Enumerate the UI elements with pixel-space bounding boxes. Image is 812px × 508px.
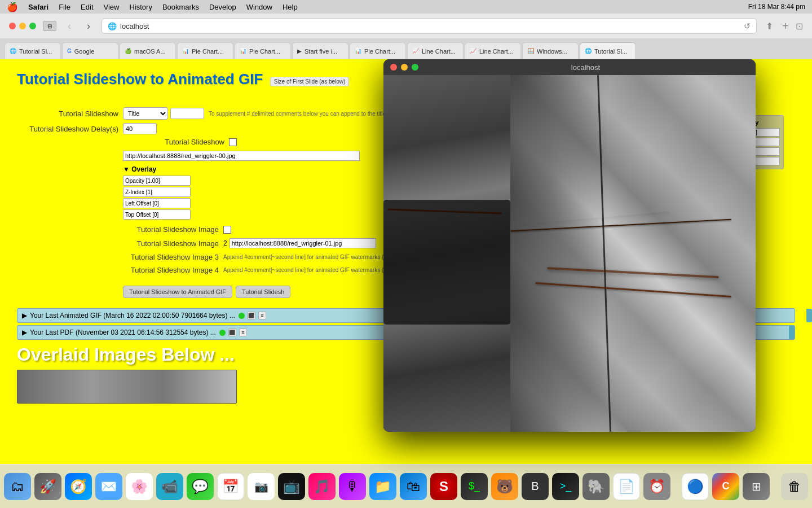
slideshow-checkbox[interactable]	[229, 138, 237, 146]
popup-close[interactable]	[390, 64, 397, 71]
reload-button[interactable]: ↺	[744, 21, 751, 30]
tab-macos[interactable]: 🍏 macOS A...	[120, 42, 176, 59]
file-menu[interactable]: File	[59, 3, 70, 11]
tab-label: Line Chart...	[479, 48, 513, 55]
opacity-input[interactable]	[123, 176, 191, 186]
maximize-button[interactable]	[29, 23, 36, 29]
share-button[interactable]: ⬆	[766, 21, 773, 32]
url1-input[interactable]	[123, 151, 360, 161]
tab-favicon: 📈	[412, 48, 419, 54]
page-title: Tutorial Slideshow to Animated GIF	[17, 71, 263, 88]
bookmarks-menu[interactable]: Bookmarks	[162, 3, 199, 11]
popup-titlebar: localhost	[383, 59, 756, 75]
tab-label: Windows...	[537, 48, 567, 55]
delay-input[interactable]	[123, 123, 157, 134]
dock-finder[interactable]: 🗂	[4, 473, 31, 500]
tab-windows[interactable]: 🪟 Windows...	[522, 42, 579, 59]
animated-gif-button[interactable]: Tutorial Slideshow to Animated GIF	[123, 286, 232, 298]
dock-chrome[interactable]: 🔵	[682, 473, 709, 500]
dock-appletv[interactable]: 📺	[278, 473, 305, 500]
window-menu[interactable]: Window	[246, 3, 272, 11]
dock-calendar[interactable]: 📅	[217, 473, 244, 500]
tab-favicon: 📈	[470, 48, 476, 54]
status-dot-2	[219, 330, 226, 336]
image1-checkbox[interactable]	[223, 226, 231, 234]
popup-minimize[interactable]	[401, 64, 408, 71]
dock-timemachine[interactable]: ⏰	[643, 473, 670, 500]
dock-podcasts[interactable]: 🎙	[339, 473, 366, 500]
image2-input[interactable]	[230, 238, 376, 248]
dock-terminal[interactable]: $_	[461, 473, 488, 500]
dock-preview[interactable]: 📄	[613, 473, 640, 500]
help-menu[interactable]: Help	[283, 3, 298, 11]
dock-serpentine[interactable]: S	[430, 473, 457, 500]
browser-chrome: ⊟ ‹ › 🌐 localhost ↺ ⬆ + ⊡ 🌐 Tutorial Sl.…	[0, 14, 812, 59]
action-icon-3[interactable]: ⬛	[228, 329, 236, 336]
history-menu[interactable]: History	[129, 3, 152, 11]
top-offset-input[interactable]	[123, 209, 191, 220]
tutorial-slideshow-label: Tutorial Slideshow	[17, 110, 118, 118]
safari-menu[interactable]: Safari	[28, 3, 48, 11]
minimize-button[interactable]	[19, 23, 26, 29]
dock-photos2[interactable]: 📷	[248, 473, 275, 500]
dock-chrome2[interactable]: C	[712, 473, 739, 500]
tab-label: Pie Chart...	[192, 48, 223, 55]
action-icon-4[interactable]: ≡	[239, 329, 247, 336]
left-offset-input[interactable]	[123, 198, 191, 208]
scroll-bar-1	[806, 309, 812, 322]
action-icon-1[interactable]: ⬛	[248, 312, 255, 319]
tab-start-five[interactable]: ▶ Start five i...	[292, 42, 348, 59]
view-menu[interactable]: View	[104, 3, 120, 11]
dock-mail[interactable]: ✉️	[95, 473, 122, 500]
dock-safari[interactable]: 🧭	[65, 473, 92, 500]
title-input[interactable]	[170, 108, 204, 119]
dock-appstore[interactable]: 🛍	[400, 473, 427, 500]
new-tab-button[interactable]: +	[782, 20, 789, 33]
dock-elephant[interactable]: 🐘	[582, 473, 610, 500]
slideshow-button[interactable]: Tutorial Slidesh	[236, 286, 290, 298]
tab-tutorial-sl-active[interactable]: 🌐 Tutorial Sl...	[580, 42, 636, 59]
tab-label: Tutorial Sl...	[19, 48, 52, 55]
dock-photos[interactable]: 🌸	[126, 473, 153, 500]
tab-favicon: 🌐	[585, 48, 592, 54]
zindex-input[interactable]	[123, 187, 191, 197]
tab-pie-chart-3[interactable]: 📊 Pie Chart...	[350, 42, 406, 59]
title-select[interactable]: Title	[123, 107, 168, 120]
address-bar[interactable]: 🌐 localhost ↺	[102, 18, 757, 34]
tabs-bar: 🌐 Tutorial Sl... G Google 🍏 macOS A... 📊…	[0, 38, 812, 59]
close-button[interactable]	[9, 23, 16, 29]
tab-tutorial-sl-1[interactable]: 🌐 Tutorial Sl...	[5, 42, 61, 59]
dock-facetime[interactable]: 📹	[156, 473, 183, 500]
tab-google[interactable]: G Google	[62, 42, 118, 59]
dock-files[interactable]: 📁	[369, 473, 396, 500]
popup-maximize[interactable]	[412, 64, 418, 71]
sidebar-toggle[interactable]: ⊟	[43, 21, 56, 31]
dock-music[interactable]: 🎵	[308, 473, 336, 500]
action-icon-2[interactable]: ≡	[258, 312, 266, 319]
sidebar-button[interactable]: ⊡	[796, 21, 803, 32]
develop-menu[interactable]: Develop	[209, 3, 236, 11]
dock-messages[interactable]: 💬	[187, 473, 214, 500]
dock-grid[interactable]: ⊞	[743, 473, 770, 500]
gif-output-text: Your Last Animated GIF (March 16 2022 02…	[30, 312, 235, 319]
popup-main-image	[510, 75, 756, 432]
tab-line-chart-1[interactable]: 📈 Line Chart...	[407, 42, 464, 59]
apple-menu[interactable]: 🍎	[7, 2, 18, 12]
dock-launchpad[interactable]: 🚀	[34, 473, 61, 500]
tab-label: Line Chart...	[422, 48, 456, 55]
back-button[interactable]: ‹	[63, 20, 76, 32]
dock-bbedit[interactable]: B	[522, 473, 549, 500]
dock-iterm[interactable]: >_	[552, 473, 579, 500]
dock-bear[interactable]: 🐻	[491, 473, 518, 500]
site-icon: 🌐	[108, 22, 117, 30]
image2-num: 2	[223, 239, 227, 247]
forward-button[interactable]: ›	[82, 20, 95, 32]
edit-menu[interactable]: Edit	[81, 3, 93, 11]
dock-trash[interactable]: 🗑	[781, 473, 808, 500]
tab-favicon: G	[67, 48, 72, 54]
image4-label: Tutorial Slideshow Image 4	[123, 266, 219, 274]
browser-content: Tutorial Slideshow to Animated GIF Size …	[0, 59, 812, 508]
tab-pie-chart-1[interactable]: 📊 Pie Chart...	[177, 42, 233, 59]
tab-line-chart-2[interactable]: 📈 Line Chart...	[465, 42, 521, 59]
tab-pie-chart-2[interactable]: 📊 Pie Chart...	[235, 42, 291, 59]
